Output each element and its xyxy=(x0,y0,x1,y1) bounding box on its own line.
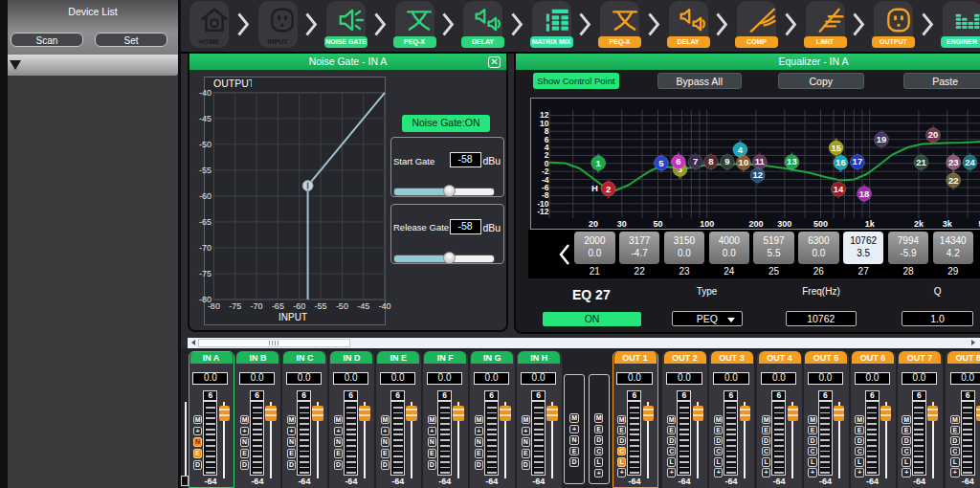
svg-text:2k: 2k xyxy=(913,219,924,229)
svg-text:8: 8 xyxy=(708,156,713,166)
svg-text:1: 1 xyxy=(595,157,601,167)
svg-text:17: 17 xyxy=(852,156,862,166)
svg-text:23: 23 xyxy=(947,156,958,166)
svg-text:10: 10 xyxy=(738,157,748,167)
svg-text:18: 18 xyxy=(858,188,869,198)
svg-text:H: H xyxy=(591,182,598,192)
svg-text:6: 6 xyxy=(676,156,680,166)
svg-text:200: 200 xyxy=(748,219,763,229)
svg-text:24: 24 xyxy=(965,156,975,166)
svg-text:20: 20 xyxy=(588,219,597,229)
svg-text:5: 5 xyxy=(658,157,664,167)
svg-text:12: 12 xyxy=(540,110,549,120)
svg-text:9: 9 xyxy=(724,156,729,166)
svg-text:30: 30 xyxy=(616,219,626,229)
svg-text:13: 13 xyxy=(787,156,797,166)
svg-text:14: 14 xyxy=(833,183,843,193)
svg-text:100: 100 xyxy=(700,219,714,229)
svg-text:21: 21 xyxy=(916,156,926,166)
svg-text:2: 2 xyxy=(606,183,611,193)
svg-text:300: 300 xyxy=(777,219,791,229)
svg-text:3k: 3k xyxy=(942,219,952,229)
svg-text:12: 12 xyxy=(752,169,763,180)
svg-text:500: 500 xyxy=(813,219,827,229)
svg-text:16: 16 xyxy=(835,157,846,167)
svg-text:15: 15 xyxy=(831,142,841,152)
svg-text:19: 19 xyxy=(876,134,886,144)
svg-text:1k: 1k xyxy=(864,219,875,229)
svg-text:50: 50 xyxy=(653,219,662,229)
svg-text:22: 22 xyxy=(947,174,958,185)
svg-text:11: 11 xyxy=(754,156,765,166)
svg-text:7: 7 xyxy=(693,156,698,166)
svg-text:20: 20 xyxy=(927,129,938,140)
